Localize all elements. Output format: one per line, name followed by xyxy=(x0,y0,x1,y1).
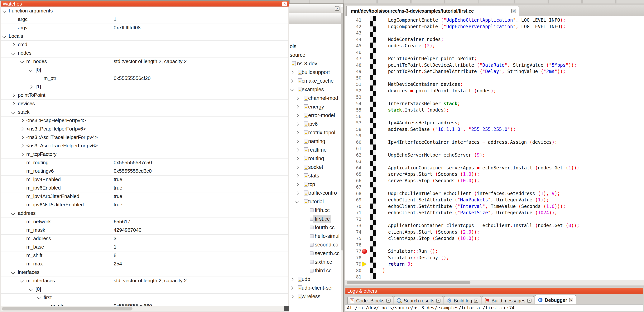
chevron-down-icon[interactable] xyxy=(2,34,6,38)
chevron-right-icon[interactable] xyxy=(20,152,24,156)
tree-item-label[interactable]: first.cc xyxy=(313,215,331,223)
tree-item-second-cc[interactable]: second.cc xyxy=(289,241,341,249)
code-line-45[interactable]: 45 nodes.Create (2); xyxy=(345,42,644,49)
code-line-47[interactable]: 47 PointToPointHelper pointToPoint; xyxy=(345,55,644,62)
resize-corner[interactable] xyxy=(284,306,289,311)
watch-row[interactable]: m_ipv6Enabledtrue xyxy=(1,184,288,192)
chevron-right-icon[interactable] xyxy=(290,278,294,281)
code-line-61[interactable]: 61 xyxy=(345,145,644,152)
code-line-41[interactable]: 41 LogComponentEnable ("UdpEchoClientApp… xyxy=(345,17,644,23)
watch-row[interactable]: m_interfacesstd::vector of length 2, cap… xyxy=(1,277,288,285)
code-line-76[interactable]: 76 xyxy=(345,242,644,248)
line-number[interactable]: 51 xyxy=(345,81,361,88)
watch-row[interactable]: m_mask4294967040 xyxy=(1,226,288,235)
tree-item-label[interactable]: examples xyxy=(302,85,324,94)
chevron-right-icon[interactable] xyxy=(290,79,294,83)
tree-item-socket[interactable]: socket xyxy=(289,163,341,171)
watch-row[interactable]: cmd xyxy=(1,40,288,49)
chevron-right-icon[interactable] xyxy=(11,93,15,97)
tree-item-ns-3-dev[interactable]: ns-3-dev xyxy=(289,59,341,68)
line-number[interactable]: 65 xyxy=(345,171,361,177)
tree-item-label[interactable]: socket xyxy=(308,163,323,171)
line-number[interactable]: 73 xyxy=(345,222,361,229)
tree-item-label[interactable]: ols xyxy=(290,42,296,51)
line-number[interactable]: 58 xyxy=(345,126,361,133)
line-number[interactable]: 68 xyxy=(345,190,361,197)
tree-item-label[interactable]: traffic-contro xyxy=(308,189,337,197)
code-line-49[interactable]: 49 pointToPoint.SetChannelAttribute ("De… xyxy=(345,68,644,75)
line-number[interactable]: 79 xyxy=(345,261,361,267)
watches-titlebar[interactable]: Watches × xyxy=(1,1,289,6)
tree-item-cmake-cache[interactable]: cmake_cache xyxy=(289,77,341,85)
line-number[interactable]: 76 xyxy=(345,242,361,248)
tree-item-label[interactable]: seventh.cc xyxy=(315,249,340,258)
watches-horizontal-scrollbar[interactable] xyxy=(1,306,284,311)
close-icon[interactable]: × xyxy=(569,298,573,302)
tree-item-ipv6[interactable]: ipv6 xyxy=(289,120,341,128)
code-line-71[interactable]: 71 echoClient.SetAttribute ("PacketSize"… xyxy=(345,209,644,216)
line-number[interactable]: 56 xyxy=(345,113,361,120)
code-line-78[interactable]: 78 Simulator::Destroy (); xyxy=(345,255,644,261)
tree-item-wireless[interactable]: wireless xyxy=(289,292,341,301)
tree-item-energy[interactable]: energy xyxy=(289,103,341,111)
code-line-77[interactable]: 77 Simulator::Run (); xyxy=(345,248,644,255)
code-line-81[interactable]: 81 xyxy=(345,274,644,279)
watch-row[interactable]: m_nodesstd::vector of length 2, capacity… xyxy=(1,57,288,66)
watch-row[interactable]: m_base1 xyxy=(1,243,288,251)
tree-item-fifth-cc[interactable]: fifth.cc xyxy=(289,206,341,215)
tree-item-label[interactable]: udp-client-ser xyxy=(302,284,333,292)
close-icon[interactable]: × xyxy=(527,299,532,303)
line-number[interactable]: 70 xyxy=(345,203,361,210)
code-line-70[interactable]: 70 echoClient.SetAttribute ("Interval", … xyxy=(345,203,644,210)
watch-row[interactable]: [0] xyxy=(1,285,288,294)
tree-item-source[interactable]: source xyxy=(289,51,341,59)
chevron-down-icon[interactable] xyxy=(11,211,15,215)
tree-item-label[interactable]: channel-mod xyxy=(308,94,338,102)
watch-row[interactable]: <ns3::AsciiTraceHelperForIpv4> xyxy=(1,133,288,142)
tree-item-matrix-topol[interactable]: matrix-topol xyxy=(289,128,341,137)
code-line-55[interactable]: 55 stack.Install (nodes); xyxy=(345,107,644,113)
code-line-56[interactable]: 56 xyxy=(345,113,644,120)
tree-item-label[interactable]: hello-simul xyxy=(315,232,340,240)
chevron-right-icon[interactable] xyxy=(11,102,15,106)
code-line-59[interactable]: 59 xyxy=(345,133,644,139)
code-line-69[interactable]: 69 echoClient.SetAttribute ("MaxPackets"… xyxy=(345,197,644,203)
line-number[interactable]: 64 xyxy=(345,165,361,171)
code-line-73[interactable]: 73 ApplicationContainer clientApps = ech… xyxy=(345,222,644,229)
code-line-62[interactable]: 62 UdpEchoServerHelper echoServer (9); xyxy=(345,152,644,158)
watch-row[interactable]: m_max254 xyxy=(1,260,288,268)
code-line-63[interactable]: 63 xyxy=(345,158,644,165)
chevron-right-icon[interactable] xyxy=(290,286,294,290)
watches-table[interactable]: Function argumentsargc1argv0x7fffffffdf0… xyxy=(1,6,288,306)
line-number[interactable]: 60 xyxy=(345,139,361,146)
close-icon[interactable]: × xyxy=(511,9,516,13)
tree-item-label[interactable]: udp xyxy=(302,275,310,284)
tree-item-label[interactable]: cmake_cache xyxy=(302,77,334,85)
code-line-67[interactable]: 67 xyxy=(345,184,644,190)
tree-item-hello-simul[interactable]: hello-simul xyxy=(289,232,341,241)
code-line-75[interactable]: 75 clientApps.Stop (Seconds (10.0)); xyxy=(345,235,644,242)
tree-item-ols[interactable]: ols xyxy=(289,42,341,51)
watch-row[interactable]: first xyxy=(1,294,288,302)
chevron-right-icon[interactable] xyxy=(295,174,299,177)
chevron-right-icon[interactable] xyxy=(20,127,24,131)
code-line-44[interactable]: 44 NodeContainer nodes; xyxy=(345,36,644,43)
code-line-57[interactable]: 57 Ipv4AddressHelper address; xyxy=(345,120,644,126)
chevron-right-icon[interactable] xyxy=(295,183,299,186)
tree-item-label[interactable]: ipv6 xyxy=(308,120,318,128)
tree-item-label[interactable]: energy xyxy=(308,103,324,111)
chevron-right-icon[interactable] xyxy=(20,119,24,123)
watch-row[interactable]: m_ptr0x5555555ca660 xyxy=(1,302,288,306)
watch-row[interactable]: address xyxy=(1,209,288,218)
line-number[interactable]: 72 xyxy=(345,216,361,222)
watch-row[interactable]: m_tcpFactory xyxy=(1,150,288,159)
chevron-right-icon[interactable] xyxy=(295,140,299,143)
line-number[interactable]: 42 xyxy=(345,23,361,30)
close-icon[interactable]: × xyxy=(335,6,340,11)
chevron-right-icon[interactable] xyxy=(295,131,299,134)
watch-row[interactable]: devices xyxy=(1,99,288,108)
watch-row[interactable]: argc1 xyxy=(1,15,288,24)
chevron-right-icon[interactable] xyxy=(20,136,24,139)
tab-search-results[interactable]: Search results× xyxy=(394,296,443,305)
tree-item-udp[interactable]: udp xyxy=(289,275,341,284)
